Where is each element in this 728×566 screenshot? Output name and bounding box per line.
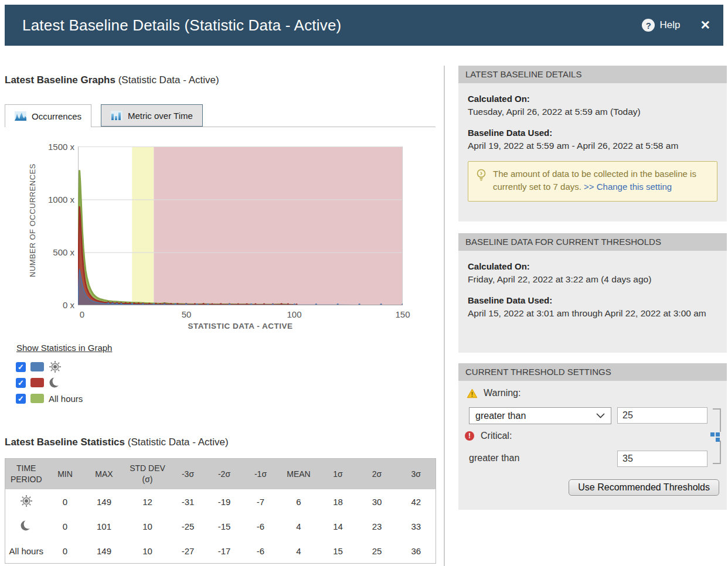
legend-row-night: ✓ <box>16 377 62 388</box>
cell: 15 <box>319 538 358 564</box>
use-recommended-thresholds-button[interactable]: Use Recommended Thresholds <box>569 479 719 496</box>
warning-value-input[interactable] <box>617 407 707 424</box>
baseline-data-used-label: Baseline Data Used: <box>468 128 717 138</box>
legend-row-day: ✓ <box>16 361 62 373</box>
baseline-data-used-value: April 15, 2022 at 3:01 am through April … <box>468 307 717 320</box>
current-thresholds-baseline-header: BASELINE DATA FOR CURRENT THRESHOLDS <box>458 233 727 251</box>
graphs-heading: Latest Baseline Graphs (Statistic Data -… <box>5 74 219 86</box>
all-hours-label: All hours <box>49 394 83 404</box>
cell: 0 <box>47 489 83 514</box>
col-minus-3-sigma: -3σ <box>170 459 206 490</box>
day-checkbox[interactable]: ✓ <box>16 362 26 372</box>
sun-icon <box>20 495 33 507</box>
table-row-day: 0 149 12 -31 -19 -7 6 18 30 42 <box>5 489 436 514</box>
col-3-sigma: 3σ <box>397 459 436 490</box>
help-icon: ? <box>642 19 655 32</box>
tab-metric-over-time-label: Metric over Time <box>128 111 193 121</box>
cell: 4 <box>279 514 319 538</box>
y-tick-1000: 1000 x <box>23 195 74 204</box>
recommended-squares-icon[interactable] <box>710 432 720 442</box>
moon-icon <box>20 519 33 532</box>
table-row-night: 0 101 10 -25 -15 -6 4 14 23 33 <box>5 514 436 538</box>
cell: 6 <box>279 489 319 514</box>
change-setting-link[interactable]: >> Change this setting <box>584 182 672 192</box>
y-tick-500: 500 x <box>23 247 74 257</box>
show-statistics-link[interactable]: Show Statistics in Graph <box>16 343 112 353</box>
y-tick-0: 0 x <box>23 300 74 310</box>
cell: 30 <box>358 489 397 514</box>
all-hours-checkbox[interactable]: ✓ <box>16 394 26 404</box>
x-tick-100: 100 <box>281 309 307 319</box>
cell: -7 <box>243 489 279 514</box>
latest-baseline-details-dialog: Latest Baseline Details (Statistic Data … <box>0 0 728 566</box>
warning-label: Warning: <box>484 388 521 398</box>
baseline-tip-box: The amount of data to be collected in th… <box>468 161 717 202</box>
sun-icon <box>49 360 62 373</box>
cell: 4 <box>279 538 319 564</box>
moon-icon <box>49 376 62 389</box>
dialog-title: Latest Baseline Details (Statistic Data … <box>22 16 341 35</box>
statistics-heading-bold: Latest Baseline Statistics <box>5 437 125 448</box>
current-threshold-settings-header: CURRENT THRESHOLD SETTINGS <box>458 363 727 381</box>
cell: -6 <box>243 514 279 538</box>
graphs-heading-suffix: (Statistic Data - Active) <box>118 74 219 86</box>
chevron-down-icon <box>596 413 605 418</box>
col-minus-2-sigma: -2σ <box>206 459 243 490</box>
all-hours-row-label: All hours <box>5 538 47 564</box>
lightbulb-icon <box>475 168 487 182</box>
cell: 23 <box>358 514 397 538</box>
cell: 149 <box>83 489 125 514</box>
cell: 14 <box>319 514 358 538</box>
table-row-all-hours: All hours 0 149 10 -27 -17 -6 4 15 25 36 <box>5 538 436 564</box>
tab-occurrences[interactable]: Occurrences <box>5 104 91 127</box>
cell: 18 <box>319 489 358 514</box>
night-color-swatch <box>30 378 44 387</box>
calculated-on-value: Friday, April 22, 2022 at 3:22 am (4 day… <box>468 273 717 286</box>
col-minus-1-sigma: -1σ <box>243 459 279 490</box>
all-hours-color-swatch <box>30 394 44 403</box>
cell: -27 <box>170 538 206 564</box>
cell: 101 <box>83 514 125 538</box>
occurrences-chart <box>78 146 403 305</box>
cell: 10 <box>125 514 170 538</box>
warning-threshold-cell: 25 <box>358 538 397 564</box>
cell: 149 <box>83 538 125 564</box>
y-tick-1500: 1500 x <box>23 142 74 152</box>
close-icon[interactable]: ✕ <box>700 18 710 32</box>
cell: -19 <box>206 489 243 514</box>
col-time-period: TIME PERIOD <box>5 459 47 490</box>
tab-metric-over-time[interactable]: Metric over Time <box>101 104 203 127</box>
critical-value-input[interactable] <box>617 451 707 467</box>
col-min: MIN <box>47 459 83 490</box>
graphs-heading-bold: Latest Baseline Graphs <box>5 74 115 86</box>
statistics-heading-suffix: (Statistic Data - Active) <box>128 437 229 448</box>
critical-operator-value: greater than <box>469 453 519 463</box>
current-thresholds-baseline-section: BASELINE DATA FOR CURRENT THRESHOLDS Cal… <box>458 233 727 353</box>
table-header-row: TIME PERIOD MIN MAX STD DEV (σ) -3σ -2σ … <box>5 459 436 490</box>
warning-operator-value: greater than <box>475 411 526 421</box>
critical-label: Critical: <box>481 431 512 441</box>
day-color-swatch <box>30 362 44 371</box>
panel-divider <box>444 66 445 566</box>
cell: -25 <box>170 514 206 538</box>
metric-over-time-chart-icon <box>111 111 123 120</box>
warning-operator-select[interactable]: greater than <box>469 407 611 424</box>
warning-row: ! Warning: <box>467 388 521 398</box>
col-mean: MEAN <box>279 459 319 490</box>
calculated-on-label: Calculated On: <box>468 94 717 104</box>
baseline-statistics-table: TIME PERIOD MIN MAX STD DEV (σ) -3σ -2σ … <box>5 458 436 564</box>
cell: -31 <box>170 489 206 514</box>
col-std-dev: STD DEV (σ) <box>125 459 170 490</box>
cell: 12 <box>125 489 170 514</box>
legend-row-all-hours: ✓ All hours <box>16 393 83 404</box>
cell: -17 <box>206 538 243 564</box>
x-tick-50: 50 <box>174 309 199 319</box>
col-2-sigma: 2σ <box>358 459 397 490</box>
night-checkbox[interactable]: ✓ <box>16 378 26 388</box>
cell: 42 <box>397 489 436 514</box>
current-threshold-settings-section: CURRENT THRESHOLD SETTINGS ! Warning: gr… <box>458 363 727 510</box>
cell: -6 <box>243 538 279 564</box>
help-button[interactable]: ? Help <box>642 19 680 32</box>
cell: 0 <box>47 514 83 538</box>
calculated-on-value: Tuesday, April 26, 2022 at 5:59 am (Toda… <box>468 105 717 118</box>
